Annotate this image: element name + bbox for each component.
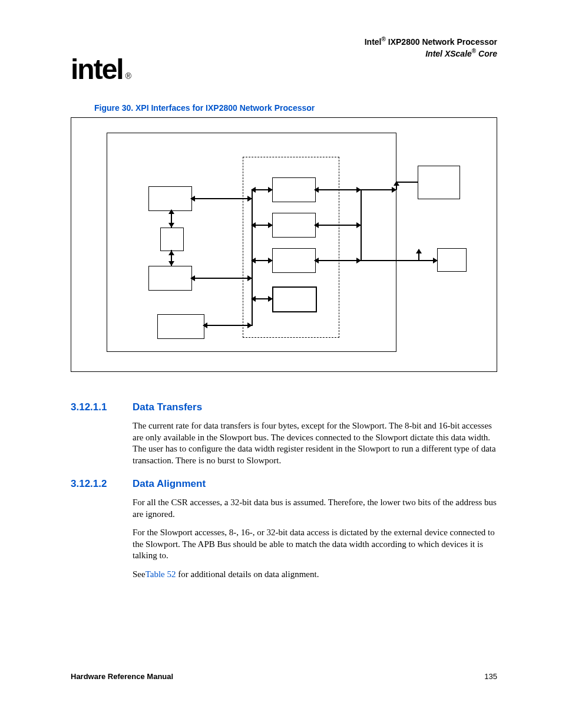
body-paragraph: SeeTable 52 for additional details on da… (133, 569, 497, 581)
section-heading: 3.12.1.2 Data Alignment (71, 478, 497, 490)
diagram-box (148, 186, 192, 211)
figure-caption: Figure 30. XPI Interfaces for IXP2800 Ne… (94, 103, 497, 113)
see-text-post: for additional details on data alignment… (176, 569, 319, 579)
page-footer: Hardware Reference Manual 135 (71, 672, 497, 681)
diagram-connector (396, 182, 397, 190)
page-header: Intel® IXP2800 Network Processor Intel X… (365, 35, 497, 59)
section-heading: 3.12.1.1 Data Transfers (71, 401, 497, 413)
see-text: See (133, 569, 146, 579)
diagram-connector (171, 265, 172, 265)
diagram-box (272, 248, 316, 273)
body-paragraph: For all the CSR accesses, a 32-bit data … (133, 497, 497, 520)
diagram-connector (396, 182, 418, 183)
diagram-connector (171, 210, 172, 210)
footer-title: Hardware Reference Manual (71, 672, 173, 681)
cross-reference-link[interactable]: Table 52 (146, 569, 176, 579)
figure-container (71, 117, 497, 372)
diagram-connector (315, 189, 361, 190)
diagram-box (157, 314, 204, 339)
diagram-box (437, 248, 467, 272)
diagram-connector (418, 249, 419, 261)
section-number: 3.12.1.2 (71, 478, 133, 490)
section-number: 3.12.1.1 (71, 401, 133, 413)
diagram-box (148, 266, 192, 291)
diagram-box (418, 166, 460, 199)
diagram-connector (203, 325, 252, 326)
diagram-box (160, 228, 184, 251)
section-title: Data Alignment (133, 478, 206, 490)
diagram-box (272, 286, 317, 312)
section-title: Data Transfers (133, 401, 202, 413)
reg-mark: ® (382, 36, 386, 42)
diagram-connector (171, 226, 172, 227)
diagram-connector (171, 251, 172, 252)
logo-text: intel (71, 54, 123, 85)
diagram-connector (191, 198, 252, 199)
header-line1-pre: Intel (365, 37, 382, 47)
body-paragraph: For the Slowport accesses, 8-, 16-, or 3… (133, 527, 497, 562)
diagram-connector (252, 260, 272, 261)
intel-logo: intel® (71, 53, 130, 85)
diagram-connector (252, 189, 272, 190)
diagram-connector (191, 278, 252, 279)
diagram-connector (361, 260, 418, 261)
diagram-connector (315, 225, 361, 226)
diagram-outer (107, 133, 396, 352)
body-paragraph: The current rate for data transfers is f… (133, 420, 497, 466)
header-line2-post: Core (476, 49, 497, 58)
page-number: 135 (484, 672, 497, 681)
diagram-connector (252, 298, 272, 299)
diagram-connector (315, 260, 361, 261)
diagram-box (272, 177, 316, 202)
diagram-connector (252, 225, 272, 226)
diagram-box (272, 213, 316, 238)
diagram-connector (418, 260, 437, 261)
header-line2-pre: Intel XScale (425, 49, 472, 58)
logo-reg: ® (125, 71, 130, 81)
diagram-connector (361, 189, 396, 190)
header-line1-post: IXP2800 Network Processor (386, 37, 497, 47)
